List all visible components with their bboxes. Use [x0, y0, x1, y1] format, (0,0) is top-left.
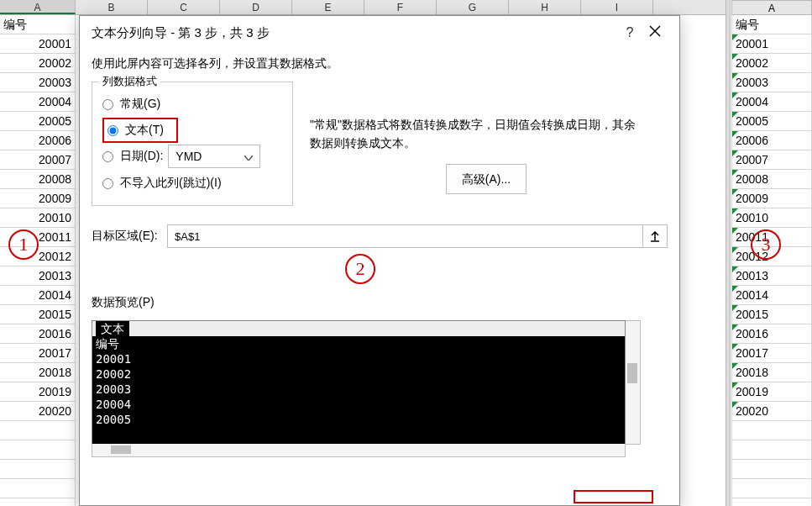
radio-general-input[interactable] [102, 99, 113, 110]
left-cell[interactable]: 20016 [0, 324, 76, 344]
left-header-cell[interactable]: 编号 [0, 15, 76, 34]
left-cell[interactable]: 20019 [0, 382, 76, 402]
text-indicator-icon [732, 131, 738, 137]
preview-row: 20004 [92, 397, 625, 412]
hscroll-thumb[interactable] [111, 445, 131, 454]
right-cell-empty[interactable] [731, 421, 812, 440]
preview-hscrollbar[interactable] [92, 444, 626, 457]
right-cell[interactable]: 20016 [731, 324, 812, 344]
left-cell[interactable]: 20015 [0, 305, 76, 324]
right-cell[interactable]: 20015 [731, 305, 812, 324]
left-column-headers: A B C D E F G H I [0, 0, 726, 15]
right-cell[interactable]: 20002 [731, 54, 812, 73]
col-header-C[interactable]: C [148, 0, 220, 14]
dialog-intro-text: 使用此屏内容可选择各列，并设置其数据格式。 [92, 56, 668, 71]
right-cell-empty[interactable] [731, 460, 812, 479]
right-cell[interactable]: 20006 [731, 131, 812, 150]
preview-row: 20005 [92, 412, 625, 427]
col-header-D[interactable]: D [220, 0, 292, 14]
right-cell[interactable]: 20013 [731, 266, 812, 286]
dialog-titlebar[interactable]: 文本分列向导 - 第 3 步，共 3 步 ? [80, 16, 679, 50]
right-cell[interactable]: 20007 [731, 150, 812, 170]
left-cell[interactable]: 20010 [0, 208, 76, 228]
radio-skip-input[interactable] [102, 178, 113, 189]
vscroll-thumb[interactable] [627, 363, 637, 383]
radio-date[interactable]: 日期(D): YMD [102, 143, 282, 170]
right-cell[interactable]: 20004 [731, 92, 812, 112]
radio-text-input[interactable] [107, 125, 118, 136]
left-cell[interactable]: 20020 [0, 402, 76, 421]
data-preview[interactable]: 文本 编号 20001 20002 20003 20004 20005 [92, 320, 626, 445]
radio-skip[interactable]: 不导入此列(跳过)(I) [102, 170, 282, 197]
pane-splitter[interactable] [726, 0, 731, 506]
right-cell-empty[interactable] [731, 440, 812, 460]
col-header-F[interactable]: F [364, 0, 437, 14]
text-indicator-icon [732, 382, 738, 388]
col-header-H[interactable]: H [509, 0, 581, 14]
col-header-B[interactable]: B [76, 0, 148, 14]
radio-general[interactable]: 常规(G) [102, 91, 282, 118]
col-header-G[interactable]: G [437, 0, 509, 14]
date-format-value: YMD [175, 150, 202, 163]
format-description: "常规"数据格式将数值转换成数字，日期值会转换成日期，其余 数据则转换成文本。 [310, 115, 663, 152]
right-cell[interactable]: 20005 [731, 112, 812, 131]
text-indicator-icon [732, 266, 738, 272]
close-icon [649, 25, 661, 37]
left-cell-empty[interactable] [0, 440, 76, 460]
right-header-cell[interactable]: 编号 [731, 15, 812, 34]
advanced-button[interactable]: 高级(A)... [446, 164, 526, 194]
left-cell[interactable]: 20005 [0, 112, 76, 131]
right-cell[interactable]: 20020 [731, 402, 812, 421]
left-cell-empty[interactable] [0, 479, 76, 498]
right-cell[interactable]: 20019 [731, 382, 812, 402]
text-indicator-icon [732, 344, 738, 350]
right-cell[interactable]: 20003 [731, 73, 812, 92]
chevron-down-icon [244, 150, 253, 163]
left-cell-empty[interactable] [0, 498, 76, 506]
text-indicator-icon [732, 150, 738, 156]
col-header-I[interactable]: I [581, 0, 653, 14]
radio-date-input[interactable] [102, 151, 113, 162]
left-cell[interactable]: 20008 [0, 170, 76, 189]
left-cell[interactable]: 20013 [0, 266, 76, 286]
right-cell-empty[interactable] [731, 498, 812, 506]
right-cell[interactable]: 20009 [731, 189, 812, 208]
text-indicator-icon [732, 112, 738, 118]
close-button[interactable] [642, 20, 668, 45]
date-format-select[interactable]: YMD [168, 145, 260, 168]
left-cell[interactable]: 20006 [0, 131, 76, 150]
right-cell[interactable]: 20018 [731, 363, 812, 382]
left-cell[interactable]: 20002 [0, 54, 76, 73]
left-cell[interactable]: 20014 [0, 286, 76, 305]
annotation-circle-2: 2 [345, 254, 375, 284]
right-cell[interactable]: 20017 [731, 344, 812, 363]
preview-row: 20003 [92, 382, 625, 397]
left-cell[interactable]: 20001 [0, 34, 76, 54]
right-col-header-A[interactable]: A [731, 0, 812, 15]
left-cell[interactable]: 20004 [0, 92, 76, 112]
left-cell-empty[interactable] [0, 421, 76, 440]
left-cell-empty[interactable] [0, 460, 76, 479]
left-cell[interactable]: 20003 [0, 73, 76, 92]
text-indicator-icon [732, 228, 738, 234]
preview-vscrollbar[interactable] [626, 320, 641, 445]
right-sheet: 编号 20001 20002 20003 20004 20005 20006 2… [731, 15, 812, 506]
destination-input[interactable] [167, 224, 643, 248]
right-cell[interactable]: 20001 [731, 34, 812, 54]
col-header-E[interactable]: E [292, 0, 364, 14]
collapse-dialog-button[interactable] [642, 224, 668, 248]
col-header-A[interactable]: A [0, 0, 76, 14]
right-cell[interactable]: 20014 [731, 286, 812, 305]
radio-text[interactable]: 文本(T) [102, 118, 178, 143]
left-cell[interactable]: 20007 [0, 150, 76, 170]
left-cell[interactable]: 20009 [0, 189, 76, 208]
right-cell[interactable]: 20010 [731, 208, 812, 228]
left-cell[interactable]: 20017 [0, 344, 76, 363]
dialog-title: 文本分列向导 - 第 3 步，共 3 步 [92, 25, 617, 41]
help-button[interactable]: ? [617, 20, 642, 45]
right-cell[interactable]: 20008 [731, 170, 812, 189]
radio-text-label: 文本(T) [125, 123, 164, 138]
text-indicator-icon [732, 34, 738, 40]
left-cell[interactable]: 20018 [0, 363, 76, 382]
right-cell-empty[interactable] [731, 479, 812, 498]
